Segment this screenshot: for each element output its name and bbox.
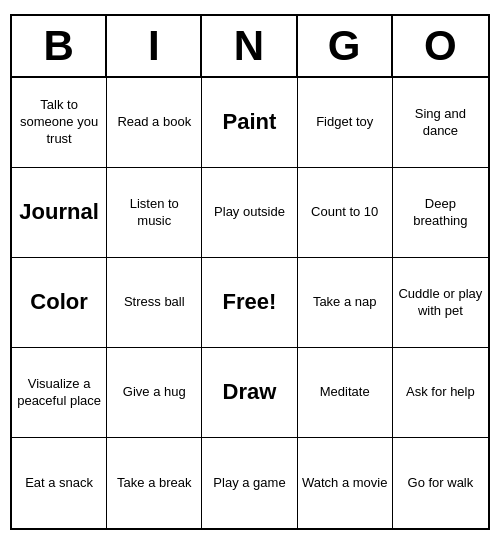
bingo-cell: Read a book — [107, 78, 202, 168]
bingo-cell: Cuddle or play with pet — [393, 258, 488, 348]
bingo-cell: Talk to someone you trust — [12, 78, 107, 168]
bingo-cell: Journal — [12, 168, 107, 258]
bingo-cell: Deep breathing — [393, 168, 488, 258]
bingo-cell: Meditate — [298, 348, 393, 438]
bingo-cell: Eat a snack — [12, 438, 107, 528]
bingo-cell: Fidget toy — [298, 78, 393, 168]
bingo-cell: Play outside — [202, 168, 297, 258]
bingo-cell: Take a nap — [298, 258, 393, 348]
bingo-cell: Give a hug — [107, 348, 202, 438]
bingo-cell: Watch a movie — [298, 438, 393, 528]
bingo-cell: Draw — [202, 348, 297, 438]
bingo-grid: Talk to someone you trustRead a bookPain… — [12, 78, 488, 528]
bingo-cell: Listen to music — [107, 168, 202, 258]
header-letter: B — [12, 16, 107, 76]
bingo-cell: Sing and dance — [393, 78, 488, 168]
header-letter: I — [107, 16, 202, 76]
bingo-header: BINGO — [12, 16, 488, 78]
header-letter: G — [298, 16, 393, 76]
bingo-cell: Free! — [202, 258, 297, 348]
bingo-cell: Take a break — [107, 438, 202, 528]
header-letter: O — [393, 16, 488, 76]
bingo-cell: Stress ball — [107, 258, 202, 348]
bingo-cell: Color — [12, 258, 107, 348]
header-letter: N — [202, 16, 297, 76]
bingo-cell: Paint — [202, 78, 297, 168]
bingo-cell: Play a game — [202, 438, 297, 528]
bingo-cell: Go for walk — [393, 438, 488, 528]
bingo-cell: Count to 10 — [298, 168, 393, 258]
bingo-cell: Ask for help — [393, 348, 488, 438]
bingo-cell: Visualize a peaceful place — [12, 348, 107, 438]
bingo-card: BINGO Talk to someone you trustRead a bo… — [10, 14, 490, 530]
